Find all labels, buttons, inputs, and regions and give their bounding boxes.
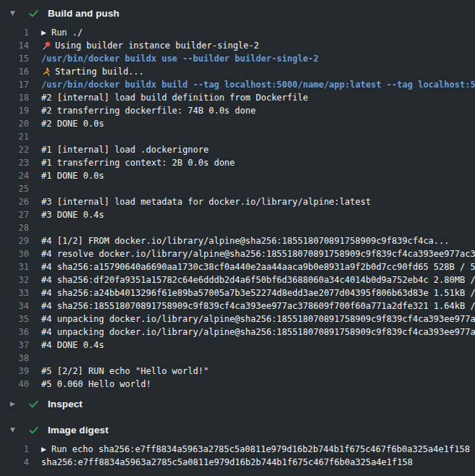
log-line: 27#3 DONE 0.4s [0, 208, 475, 221]
log-line-number[interactable]: 35 [0, 313, 29, 326]
runner-icon [41, 67, 51, 77]
log-line-number[interactable]: 21 [0, 130, 29, 143]
log-line-number[interactable]: 28 [0, 221, 29, 234]
log-line-text: #3 DONE 0.4s [41, 208, 104, 221]
log-line-text: #4 [1/2] FROM docker.io/library/alpine@s… [41, 234, 450, 247]
log-text: sha256:e7ff8834a5963a2785c5a0811e979d16b… [41, 456, 413, 469]
log-line-number[interactable]: 39 [0, 365, 29, 378]
log-line-text: ▶Run ./ [41, 26, 83, 39]
log-text: #4 resolve docker.io/library/alpine@sha2… [41, 247, 475, 260]
log-text: #4 unpacking docker.io/library/alpine@sh… [41, 313, 475, 326]
log-text: #4 sha256:185518070891758909c9f839cf4ca3… [41, 299, 475, 313]
log-line-text: #2 transferring dockerfile: 74B 0.0s don… [41, 104, 256, 117]
actions-log-viewer: ▼Build and push1▶Run ./14Using builder i… [0, 0, 475, 476]
log-line-number[interactable]: 14 [0, 39, 29, 52]
log-line-number[interactable]: 16 [0, 65, 29, 78]
log-line-number[interactable]: 37 [0, 339, 29, 352]
log-line-number[interactable]: 33 [0, 286, 29, 299]
log-line: 40#5 0.060 Hello world! [0, 378, 475, 391]
log-line-number[interactable]: 15 [0, 52, 29, 65]
log-line-number[interactable]: 19 [0, 104, 29, 117]
log-line-number[interactable]: 25 [0, 182, 29, 195]
log-line: 1▶Run echo sha256:e7ff8834a5963a2785c5a0… [0, 443, 475, 456]
log-line-number[interactable]: 23 [0, 156, 29, 169]
log-line-number[interactable]: 31 [0, 260, 29, 273]
log-text: Run echo sha256:e7ff8834a5963a2785c5a081… [51, 443, 470, 456]
log-line-number[interactable]: 29 [0, 234, 29, 247]
log-line-number[interactable]: 18 [0, 91, 29, 104]
log-line-number[interactable]: 30 [0, 247, 29, 260]
section-title: Build and push [48, 8, 119, 19]
log-line-text: #1 [internal] load .dockerignore [41, 143, 209, 156]
log-line-number[interactable]: 26 [0, 195, 29, 208]
log-line-number[interactable]: 17 [0, 78, 29, 91]
log-text: Using builder instance builder-single-2 [55, 39, 259, 52]
log-line-text: #5 [2/2] RUN echo "Hello world!" [41, 365, 209, 378]
log-line: 32#4 sha256:df20fa9351a15782c64e6dddb2d4… [0, 273, 475, 286]
log-line: 14Using builder instance builder-single-… [0, 39, 475, 52]
log-line: 29#4 [1/2] FROM docker.io/library/alpine… [0, 234, 475, 247]
log-line: 21 [0, 130, 475, 143]
log-line-text: sha256:e7ff8834a5963a2785c5a0811e979d16b… [41, 456, 413, 469]
log-line-number[interactable]: 1 [0, 443, 29, 456]
log-line-number[interactable]: 22 [0, 143, 29, 156]
log-line: 19#2 transferring dockerfile: 74B 0.0s d… [0, 104, 475, 117]
play-icon[interactable]: ▶ [41, 26, 46, 39]
log-line-number[interactable]: 38 [0, 352, 29, 365]
log-text: #4 unpacking docker.io/library/alpine@sh… [41, 326, 475, 339]
log-line-text: /usr/bin/docker buildx use --builder bui… [41, 52, 319, 65]
check-icon [28, 7, 39, 19]
log-line-text: #3 [internal] load metadata for docker.i… [41, 195, 371, 208]
log-line: 17/usr/bin/docker buildx build --tag loc… [0, 78, 475, 91]
log-line: 16Starting build... [0, 65, 475, 78]
log-line-number[interactable]: 36 [0, 326, 29, 339]
log-line-text: /usr/bin/docker buildx build --tag local… [41, 78, 475, 91]
log-line-text: #5 0.060 Hello world! [41, 378, 151, 391]
log-line: 26#3 [internal] load metadata for docker… [0, 195, 475, 208]
log-text: #3 DONE 0.4s [41, 208, 104, 221]
log-line-number[interactable]: 24 [0, 169, 29, 182]
log-text: #2 [internal] load build definition from… [41, 91, 308, 104]
log-text: /usr/bin/docker buildx use --builder bui… [41, 52, 319, 65]
log-line-number[interactable]: 1 [0, 26, 29, 39]
log-line-text: #4 sha256:a15790640a6690aa1730c38cf0a440… [41, 260, 475, 273]
log-text: #1 transferring context: 2B 0.0s done [41, 156, 235, 169]
log-line: 28 [0, 221, 475, 234]
log-line-number[interactable]: 40 [0, 378, 29, 391]
log-text: #5 [2/2] RUN echo "Hello world!" [41, 365, 209, 378]
log-line: 25 [0, 182, 475, 195]
section-header-inspect[interactable]: ▶Inspect [0, 391, 475, 417]
log-line: 39#5 [2/2] RUN echo "Hello world!" [0, 365, 475, 378]
log-line-text: Starting build... [41, 65, 144, 78]
log-line: 37#4 DONE 0.4s [0, 339, 475, 352]
log-line-number[interactable]: 34 [0, 299, 29, 313]
log-line-number[interactable]: 27 [0, 208, 29, 221]
log-text: #5 0.060 Hello world! [41, 378, 151, 391]
play-icon[interactable]: ▶ [41, 443, 46, 456]
log-lines: 1▶Run echo sha256:e7ff8834a5963a2785c5a0… [0, 443, 475, 469]
log-line-number[interactable]: 32 [0, 273, 29, 286]
log-text: #2 DONE 0.0s [41, 117, 104, 130]
chevron-right-icon: ▶ [10, 401, 19, 407]
check-icon [28, 398, 39, 409]
log-text: #4 DONE 0.4s [41, 339, 104, 352]
log-text: #4 [1/2] FROM docker.io/library/alpine@s… [41, 234, 450, 247]
log-line: 31#4 sha256:a15790640a6690aa1730c38cf0a4… [0, 260, 475, 273]
log-section: ▶Inspect [0, 391, 475, 417]
log-line: 24#1 DONE 0.0s [0, 169, 475, 182]
log-line: 34#4 sha256:185518070891758909c9f839cf4c… [0, 299, 475, 313]
chevron-down-icon: ▼ [10, 427, 19, 433]
log-lines: 1▶Run ./14Using builder instance builder… [0, 26, 475, 391]
log-text: #3 [internal] load metadata for docker.i… [41, 195, 371, 208]
pushpin-icon [41, 41, 51, 51]
log-line: 23#1 transferring context: 2B 0.0s done [0, 156, 475, 169]
section-title: Inspect [48, 399, 83, 409]
section-header-image-digest[interactable]: ▼Image digest [0, 417, 475, 443]
log-text: /usr/bin/docker buildx build --tag local… [41, 78, 475, 91]
section-header-build-and-push[interactable]: ▼Build and push [0, 0, 475, 26]
log-line-number[interactable]: 20 [0, 117, 29, 130]
section-title: Image digest [48, 425, 109, 435]
log-line: 38 [0, 352, 475, 365]
log-line-number[interactable]: 4 [0, 456, 29, 469]
log-line: 18#2 [internal] load build definition fr… [0, 91, 475, 104]
